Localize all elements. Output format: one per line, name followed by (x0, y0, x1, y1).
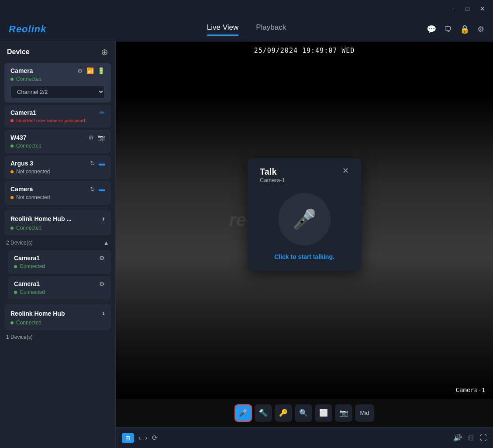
device-group-hub2[interactable]: Reolink Home Hub › Connected (4, 304, 111, 330)
device-icons: ⚙ 📶 🔋 (77, 67, 105, 74)
group-header: Reolink Home Hub ... › (10, 214, 105, 223)
device-name: W437 (10, 134, 27, 141)
video-timestamp: 25/09/2024 19:49:07 WED (254, 47, 355, 55)
gear-icon[interactable]: ⚙ (99, 280, 105, 287)
add-device-button[interactable]: ⊕ (101, 48, 108, 56)
sub-device-camera1-1[interactable]: Camera1 ⚙ Connected (8, 250, 111, 274)
refresh-icon[interactable]: ↻ (90, 160, 95, 167)
device-name: Camera1 (14, 280, 40, 287)
status-dot (10, 170, 14, 173)
device-icons: ↻ ▬ (90, 160, 105, 167)
mic-button[interactable]: 🎤 (278, 193, 331, 245)
divider (4, 302, 111, 302)
prev-button[interactable]: ‹ (138, 434, 141, 442)
message-icon-btn[interactable]: 🗨 (444, 24, 452, 34)
status-label: Not connected (16, 194, 50, 200)
screen-toolbar-button[interactable]: ⬜ (315, 404, 332, 422)
device-card-header: Camera1 ⚙ (14, 280, 105, 287)
fullscreen-button[interactable]: ⛶ (480, 434, 487, 442)
talk-subtitle: Camera-1 (260, 177, 285, 183)
close-button[interactable]: ✕ (477, 4, 488, 13)
device-group-hub1[interactable]: Reolink Home Hub ... › Connected (4, 210, 111, 235)
device-count-label: 2 Device(s) (6, 240, 33, 246)
zoom-toolbar-button[interactable]: 🔍 (295, 404, 312, 422)
sub-device-camera1-2[interactable]: Camera1 ⚙ Connected (8, 276, 111, 300)
device-status: Connected (10, 320, 105, 326)
device-card-camera-notconn[interactable]: Camera ↻ ▬ Not connected (4, 181, 111, 205)
content-area: 25/09/2024 19:49:07 WED reolink Camera-1… (116, 41, 493, 448)
device-card-header: Camera1 ⚙ (14, 255, 105, 262)
nav-icons: 💬 🗨 🔒 ⚙ (427, 24, 484, 34)
light-toolbar-button[interactable]: 🔦 (255, 404, 272, 422)
collapse-icon[interactable]: ▲ (103, 239, 109, 246)
group-header: Reolink Home Hub › (10, 309, 105, 318)
group-name: Reolink Home Hub (10, 310, 65, 317)
chevron-right-icon[interactable]: › (102, 214, 105, 223)
logo: Reolink (9, 24, 46, 35)
pip-button[interactable]: ⊡ (468, 434, 474, 442)
device-status: Connected (10, 225, 105, 231)
sidebar: Device ⊕ Camera ⚙ 📶 🔋 Connected Channel … (0, 41, 116, 448)
key-toolbar-button[interactable]: 🔑 (275, 404, 292, 422)
lock-icon-btn[interactable]: 🔒 (460, 24, 469, 34)
chat-icon-btn[interactable]: 💬 (427, 24, 436, 34)
snapshot-toolbar-button[interactable]: 📷 (335, 404, 352, 422)
battery-icon: 🔋 (97, 67, 105, 74)
gear-icon[interactable]: ⚙ (77, 67, 83, 74)
chevron-right-icon[interactable]: › (102, 309, 105, 318)
device-status: Connected (14, 289, 105, 295)
talk-close-button[interactable]: ✕ (342, 167, 349, 175)
status-label: Connected (16, 76, 41, 82)
mic-toolbar-button[interactable]: 🎤 (234, 404, 252, 422)
channel-select[interactable]: Channel 2/2 Channel 1/2 (10, 86, 105, 98)
device-card-argus3[interactable]: Argus 3 ↻ ▬ Not connected (4, 155, 111, 179)
device-card-header: Camera ↻ ▬ (10, 186, 105, 193)
edit-icon[interactable]: ✏ (100, 109, 105, 116)
status-label: Not connected (16, 169, 50, 175)
top-nav: Reolink Live View Playback 💬 🗨 🔒 ⚙ (0, 17, 493, 41)
tab-live-view[interactable]: Live View (207, 23, 238, 36)
status-dot (10, 196, 14, 199)
status-label: Connected (16, 320, 41, 326)
device-card-w437[interactable]: W437 ⚙ 📷 Connected (4, 130, 111, 153)
device-name: Camera1 (14, 255, 40, 262)
device-card-header: Camera1 ✏ (10, 109, 105, 116)
next-button[interactable]: › (145, 434, 147, 442)
status-label: Connected (20, 289, 45, 295)
gear-icon[interactable]: ⚙ (88, 134, 94, 141)
device-name: Argus 3 (10, 160, 33, 167)
device-name: Camera1 (10, 109, 36, 116)
grid-view-button[interactable]: ⊞ (122, 433, 134, 443)
status-dot (10, 227, 14, 230)
status-dot (10, 321, 14, 324)
window-controls: − □ ✕ (449, 4, 488, 13)
device-card-header: Argus 3 ↻ ▬ (10, 160, 105, 167)
device-icons: › (102, 214, 105, 223)
status-dot (10, 145, 14, 148)
device-icons: ⚙ (99, 255, 105, 262)
bottom-nav-left: ⊞ ‹ › ⟳ (122, 433, 158, 443)
talk-cta-text[interactable]: Click to start talking. (260, 253, 349, 260)
maximize-button[interactable]: □ (463, 4, 472, 13)
device-card-camera1[interactable]: Camera1 ✏ Incorrect username or password… (4, 105, 111, 128)
refresh-button[interactable]: ⟳ (152, 434, 158, 442)
device-status: Incorrect username or password. (10, 118, 105, 123)
status-dot (14, 265, 17, 268)
refresh-icon[interactable]: ↻ (90, 186, 95, 193)
settings-icon-btn[interactable]: ⚙ (477, 24, 484, 34)
volume-button[interactable]: 🔊 (453, 434, 462, 442)
bottom-nav-right: 🔊 ⊡ ⛶ (453, 434, 487, 442)
talk-dialog-header: Talk Camera-1 ✕ (260, 167, 349, 191)
device-status: Connected (14, 263, 105, 269)
video-area: 25/09/2024 19:49:07 WED reolink Camera-1… (116, 41, 493, 399)
device-icons: ↻ ▬ (90, 186, 105, 193)
quality-toolbar-button[interactable]: Mid (355, 404, 375, 422)
divider (4, 207, 111, 207)
gear-icon[interactable]: ⚙ (99, 255, 105, 262)
battery-icon: ▬ (99, 160, 105, 167)
device-card-camera-active[interactable]: Camera ⚙ 📶 🔋 Connected Channel 2/2 Chann… (4, 63, 111, 103)
tab-playback[interactable]: Playback (256, 23, 286, 36)
status-dot (14, 291, 17, 294)
minimize-button[interactable]: − (449, 4, 458, 13)
device-status: Connected (10, 76, 105, 82)
